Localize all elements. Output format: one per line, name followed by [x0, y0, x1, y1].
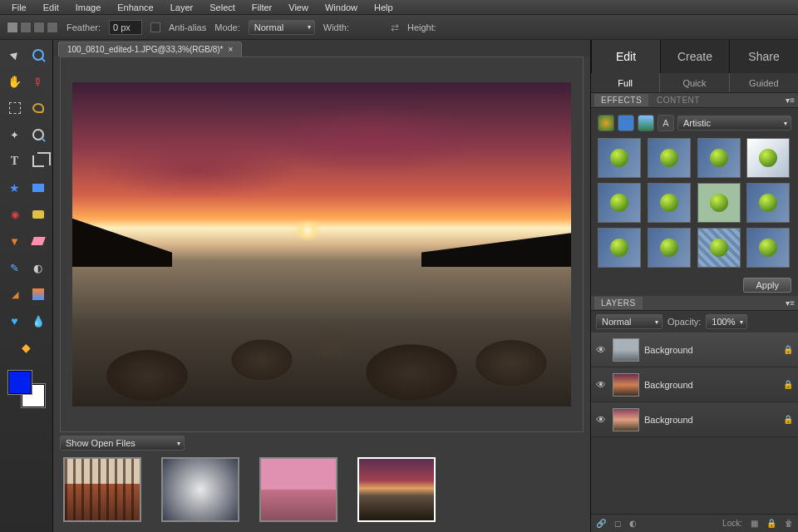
effect-thumb[interactable]: [598, 138, 641, 178]
lock-icon[interactable]: 🔒: [783, 345, 793, 354]
menu-help[interactable]: Help: [366, 2, 401, 12]
cookie-cutter-tool[interactable]: ★: [5, 178, 25, 198]
selection-subtract-icon[interactable]: [33, 22, 45, 33]
eyedropper-tool[interactable]: ✎: [28, 71, 48, 91]
smart-brush-tool[interactable]: ◐: [28, 258, 48, 278]
delete-layer-icon[interactable]: 🗑: [785, 519, 793, 528]
panel-menu-icon[interactable]: ▾≡: [786, 96, 795, 105]
tab-share[interactable]: Share: [729, 40, 798, 73]
foreground-color[interactable]: [8, 371, 32, 394]
layer-thumbnail[interactable]: [613, 408, 639, 431]
open-file-thumb[interactable]: [357, 457, 436, 522]
layer-thumbnail[interactable]: [613, 373, 639, 397]
new-layer-icon[interactable]: ◻: [614, 519, 621, 528]
gradient-tool[interactable]: [28, 284, 48, 304]
menu-image[interactable]: Image: [67, 2, 110, 12]
lock-transparency-icon[interactable]: ▦: [751, 519, 758, 528]
brush-tool[interactable]: ✎: [5, 258, 25, 278]
effect-thumb[interactable]: [697, 228, 741, 268]
menu-layer[interactable]: Layer: [162, 2, 202, 12]
document-tab[interactable]: 100_0810_edited-1.JPG@33,3%(RGB/8)* ×: [58, 42, 242, 57]
effect-thumb[interactable]: [598, 228, 641, 268]
effect-thumb[interactable]: [598, 183, 641, 223]
layer-styles-icon[interactable]: [618, 115, 634, 131]
layer-row[interactable]: 👁 Background 🔒: [591, 367, 798, 402]
healing-brush-tool[interactable]: [28, 204, 48, 224]
lock-icon[interactable]: 🔒: [783, 415, 793, 424]
paint-bucket-tool[interactable]: ◢: [5, 284, 25, 304]
filters-category-icon[interactable]: [598, 115, 614, 131]
photo-effects-icon[interactable]: [638, 115, 654, 131]
straighten-tool[interactable]: [28, 178, 48, 198]
marquee-tool[interactable]: [5, 98, 25, 118]
layer-thumbnail[interactable]: [613, 338, 639, 362]
move-tool[interactable]: [5, 45, 25, 65]
effects-tab[interactable]: EFFECTS: [594, 94, 648, 106]
lasso-tool[interactable]: [28, 98, 48, 118]
effect-thumb[interactable]: [746, 228, 790, 268]
color-swatches[interactable]: [8, 371, 45, 407]
effects-filter-select[interactable]: Artistic: [677, 116, 791, 131]
clone-stamp-tool[interactable]: ▼: [5, 231, 25, 251]
menu-filter[interactable]: Filter: [244, 2, 280, 12]
zoom-tool[interactable]: [28, 45, 48, 65]
layer-visibility-icon[interactable]: 👁: [596, 344, 608, 356]
magic-wand-tool[interactable]: ✦: [5, 125, 25, 145]
open-file-thumb[interactable]: [161, 457, 239, 522]
shape-tool[interactable]: ♥: [5, 311, 25, 331]
blend-mode-select[interactable]: Normal: [596, 314, 663, 329]
layer-name[interactable]: Background: [644, 415, 778, 425]
menu-view[interactable]: View: [280, 2, 317, 12]
effect-thumb[interactable]: [648, 228, 691, 268]
menu-window[interactable]: Window: [317, 2, 366, 12]
close-tab-icon[interactable]: ×: [229, 45, 234, 54]
content-tab[interactable]: CONTENT: [650, 94, 707, 106]
open-file-thumb[interactable]: [259, 457, 337, 522]
subtab-quick[interactable]: Quick: [659, 73, 728, 92]
layer-visibility-icon[interactable]: 👁: [596, 379, 608, 391]
link-layers-icon[interactable]: 🔗: [596, 519, 606, 528]
redeye-tool[interactable]: ◉: [5, 204, 25, 224]
crop-tool[interactable]: [28, 151, 48, 171]
menu-select[interactable]: Select: [201, 2, 244, 12]
effect-thumb[interactable]: [746, 138, 790, 178]
selection-add-icon[interactable]: [20, 22, 32, 33]
text-tool[interactable]: T: [5, 151, 25, 171]
mode-select[interactable]: Normal: [249, 20, 315, 35]
canvas-viewport[interactable]: [60, 57, 584, 432]
layer-row[interactable]: 👁 Background 🔒: [591, 402, 798, 437]
sponge-tool[interactable]: ◆: [17, 337, 37, 357]
antialias-checkbox[interactable]: [150, 22, 160, 32]
subtab-full[interactable]: Full: [591, 73, 659, 92]
layer-name[interactable]: Background: [644, 380, 778, 390]
selection-new-icon[interactable]: [7, 22, 18, 33]
opacity-input[interactable]: 100%: [706, 314, 747, 329]
tab-create[interactable]: Create: [660, 40, 729, 73]
show-open-files-select[interactable]: Show Open Files: [60, 436, 185, 451]
eraser-tool[interactable]: [28, 231, 48, 251]
effect-thumb[interactable]: [697, 138, 741, 178]
selection-intersect-icon[interactable]: [47, 22, 58, 33]
subtab-guided[interactable]: Guided: [729, 73, 798, 92]
open-file-thumb[interactable]: [63, 457, 141, 522]
layer-name[interactable]: Background: [644, 345, 778, 355]
tab-edit[interactable]: Edit: [591, 40, 660, 73]
effect-thumb[interactable]: [648, 138, 691, 178]
menu-enhance[interactable]: Enhance: [109, 2, 161, 12]
menu-file[interactable]: File: [3, 2, 35, 12]
menu-edit[interactable]: Edit: [35, 2, 67, 12]
lock-all-icon[interactable]: 🔒: [766, 519, 776, 528]
swap-dimensions-icon[interactable]: ⇄: [391, 22, 399, 33]
layer-visibility-icon[interactable]: 👁: [596, 414, 608, 426]
effect-thumb[interactable]: [697, 183, 741, 223]
layers-tab[interactable]: LAYERS: [594, 297, 643, 309]
feather-input[interactable]: [109, 20, 142, 35]
text-effects-icon[interactable]: A: [658, 115, 674, 131]
layer-row[interactable]: 👁 Background 🔒: [591, 332, 798, 367]
quick-selection-tool[interactable]: [28, 125, 48, 145]
lock-icon[interactable]: 🔒: [783, 380, 793, 389]
apply-button[interactable]: Apply: [743, 278, 791, 293]
panel-menu-icon[interactable]: ▾≡: [786, 298, 795, 308]
adjustment-layer-icon[interactable]: ◐: [629, 519, 637, 528]
hand-tool[interactable]: ✋: [5, 71, 25, 91]
